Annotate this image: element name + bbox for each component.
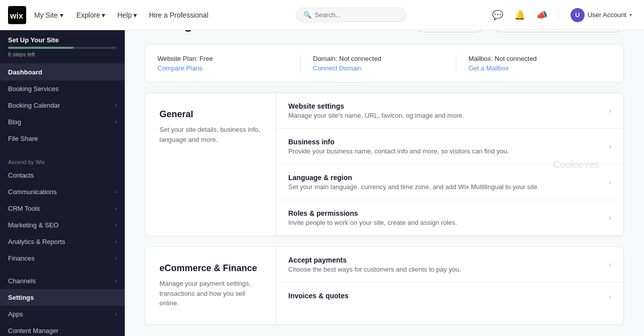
general-title: General	[159, 109, 262, 120]
language-region-row[interactable]: Language & region Set your main language…	[276, 164, 623, 200]
website-settings-chevron-icon: ›	[609, 107, 611, 115]
nav-explore[interactable]: Explore ▾	[71, 8, 110, 22]
ascend-section-label: Ascend by Wix	[0, 153, 125, 167]
website-settings-desc: Manage your site's name, URL, favicon, o…	[288, 112, 603, 119]
marketing-seo-chevron-icon: ›	[115, 222, 117, 228]
general-section: General Set your site details, business …	[145, 93, 624, 236]
roles-permissions-title: Roles & permissions	[288, 209, 603, 217]
global-search: 🔍	[213, 8, 489, 22]
sidebar-item-content-manager[interactable]: Content Manager	[0, 322, 125, 336]
explore-chevron-icon: ▾	[102, 11, 105, 19]
contacts-label: Contacts	[8, 172, 34, 179]
crm-tools-chevron-icon: ›	[115, 206, 117, 211]
steps-left: 6 steps left	[8, 51, 117, 57]
marketing-seo-label: Marketing & SEO	[8, 221, 58, 229]
user-chevron-icon: ▾	[629, 12, 632, 18]
ecommerce-section-right: Accept payments Choose the best ways for…	[276, 247, 623, 324]
ecommerce-title: eCommerce & Finance	[159, 263, 262, 274]
info-banner-mailbox: Mailbox: Not connected Get a Mailbox	[456, 55, 611, 72]
roles-permissions-row[interactable]: Roles & permissions Invite people to wor…	[276, 200, 623, 236]
roles-permissions-desc: Invite people to work on your site, crea…	[288, 219, 603, 226]
chat-icon-button[interactable]: 💬	[490, 7, 506, 23]
finances-label: Finances	[8, 255, 35, 262]
sidebar-item-communications[interactable]: Communications ›	[0, 184, 125, 200]
compare-plans-link[interactable]: Compare Plans	[157, 64, 203, 72]
apps-label: Apps	[8, 310, 23, 318]
progress-bar	[8, 47, 117, 49]
sidebar: Set Up Your Site 6 steps left Dashboard …	[0, 30, 125, 336]
sidebar-item-blog[interactable]: Blog ›	[0, 114, 125, 130]
search-icon: 🔍	[303, 11, 311, 19]
mailbox-label: Mailbox: Not connected	[468, 55, 599, 62]
website-settings-row[interactable]: Website settings Manage your site's name…	[276, 93, 623, 129]
communications-label: Communications	[8, 188, 57, 196]
main-content: Settings ✉ Send Feedback 🔍 Website Plan:…	[125, 0, 644, 336]
user-account-menu[interactable]: U User Account ▾	[567, 6, 636, 24]
svg-text:wix: wix	[10, 12, 23, 20]
sidebar-item-dashboard[interactable]: Dashboard	[0, 64, 125, 80]
global-search-input[interactable]	[314, 11, 399, 19]
topnav-actions: 💬 🔔 📣 U User Account ▾	[490, 6, 636, 24]
language-region-title: Language & region	[288, 174, 603, 182]
sidebar-item-analytics-reports[interactable]: Analytics & Reports ›	[0, 233, 125, 250]
announcements-icon-button[interactable]: 📣	[534, 7, 550, 23]
help-chevron-icon: ▾	[133, 11, 137, 19]
nav-help[interactable]: Help ▾	[112, 8, 142, 22]
business-info-row[interactable]: Business info Provide your business name…	[276, 129, 623, 164]
communications-chevron-icon: ›	[115, 189, 117, 195]
get-mailbox-link[interactable]: Get a Mailbox	[468, 64, 509, 72]
site-name: My Site	[34, 11, 58, 19]
info-banner-plan: Website Plan: Free Compare Plans	[157, 55, 301, 72]
sidebar-item-finances[interactable]: Finances ›	[0, 250, 125, 267]
general-section-left: General Set your site details, business …	[145, 93, 276, 236]
file-share-label: File Share	[8, 135, 38, 142]
global-search-box[interactable]: 🔍	[296, 8, 407, 22]
invoices-quotes-row[interactable]: Invoices & quotes ›	[276, 283, 623, 310]
settings-label: Settings	[8, 294, 34, 301]
site-selector[interactable]: My Site ▾	[30, 9, 67, 21]
sidebar-item-booking-calendar[interactable]: Booking Calendar ›	[0, 97, 125, 114]
avatar: U	[571, 8, 585, 22]
top-nav-items: Explore ▾ Help ▾ Hire a Professional	[71, 8, 214, 22]
booking-calendar-label: Booking Calendar	[8, 102, 60, 109]
connect-domain-link[interactable]: Connect Domain	[313, 64, 362, 72]
business-info-title: Business info	[288, 138, 603, 146]
top-navigation: wix My Site ▾ Explore ▾ Help ▾ Hire a Pr…	[0, 0, 644, 30]
topnav-divider	[558, 9, 558, 21]
nav-hire[interactable]: Hire a Professional	[144, 8, 213, 22]
sidebar-item-booking-services[interactable]: Booking Services	[0, 80, 125, 97]
site-chevron-icon: ▾	[60, 11, 63, 19]
ecommerce-section: eCommerce & Finance Manage your payment …	[145, 246, 624, 325]
ecommerce-description: Manage your payment settings, transactio…	[159, 279, 262, 308]
sidebar-item-file-share[interactable]: File Share	[0, 130, 125, 147]
sidebar-item-apps[interactable]: Apps ›	[0, 306, 125, 322]
analytics-reports-chevron-icon: ›	[115, 239, 117, 244]
notifications-icon-button[interactable]: 🔔	[512, 7, 528, 23]
language-region-desc: Set your main language, currency and tim…	[288, 183, 603, 191]
general-section-right: Website settings Manage your site's name…	[276, 93, 623, 236]
roles-permissions-chevron-icon: ›	[609, 214, 611, 222]
setup-section: Set Up Your Site 6 steps left	[0, 30, 125, 64]
accept-payments-title: Accept payments	[288, 256, 603, 264]
content-manager-label: Content Manager	[8, 327, 58, 334]
finances-chevron-icon: ›	[115, 256, 117, 261]
sidebar-item-contacts[interactable]: Contacts	[0, 167, 125, 184]
sidebar-item-marketing-seo[interactable]: Marketing & SEO ›	[0, 217, 125, 233]
ecommerce-section-left: eCommerce & Finance Manage your payment …	[145, 247, 276, 324]
progress-fill	[8, 47, 73, 49]
sidebar-item-channels[interactable]: Channels ›	[0, 273, 125, 289]
domain-label: Domain: Not connected	[313, 55, 444, 62]
sidebar-item-crm-tools[interactable]: CRM Tools ›	[0, 200, 125, 217]
info-banner: Website Plan: Free Compare Plans Domain:…	[145, 44, 624, 82]
accept-payments-row[interactable]: Accept payments Choose the best ways for…	[276, 247, 623, 283]
invoices-quotes-chevron-icon: ›	[609, 293, 611, 301]
channels-chevron-icon: ›	[115, 278, 117, 284]
apps-chevron-icon: ›	[115, 311, 117, 317]
general-description: Set your site details, business info, la…	[159, 125, 262, 144]
sidebar-item-settings[interactable]: Settings	[0, 289, 125, 306]
wix-logo[interactable]: wix	[8, 6, 26, 24]
accept-payments-chevron-icon: ›	[609, 261, 611, 269]
business-info-chevron-icon: ›	[609, 142, 611, 150]
crm-tools-label: CRM Tools	[8, 205, 40, 212]
booking-calendar-chevron-icon: ›	[115, 103, 117, 108]
